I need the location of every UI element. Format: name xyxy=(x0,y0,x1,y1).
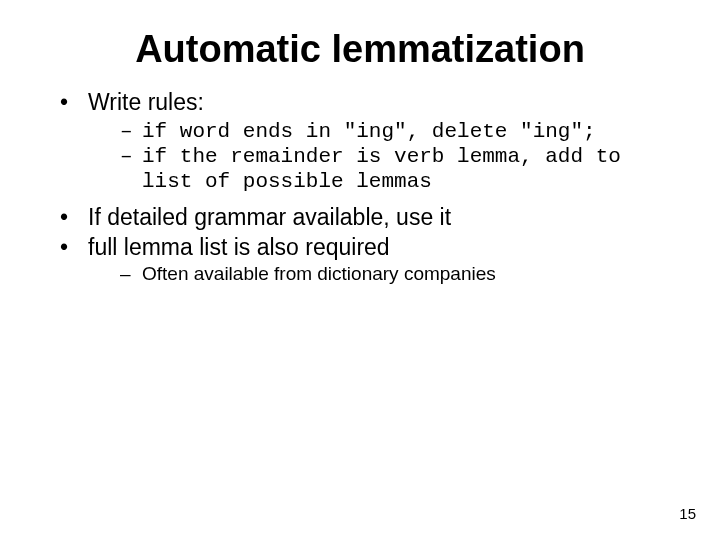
sub-bullet-item: if word ends in "ing", delete "ing"; xyxy=(120,119,670,144)
bullet-item: If detailed grammar available, use it xyxy=(60,204,670,232)
bullet-text: full lemma list is also required xyxy=(88,234,390,260)
slide-title: Automatic lemmatization xyxy=(0,0,720,81)
sub-bullet-item: if the remainder is verb lemma, add to l… xyxy=(120,144,670,194)
bullet-text: Write rules: xyxy=(88,89,204,115)
bullet-list: Write rules: if word ends in "ing", dele… xyxy=(60,89,670,286)
page-number: 15 xyxy=(679,505,696,522)
sub-bullet-item: Often available from dictionary companie… xyxy=(120,263,670,286)
sub-bullet-list: Often available from dictionary companie… xyxy=(88,263,670,286)
slide: Automatic lemmatization Write rules: if … xyxy=(0,0,720,540)
sub-bullet-list-code: if word ends in "ing", delete "ing"; if … xyxy=(88,119,670,195)
sub-bullet-text: Often available from dictionary companie… xyxy=(142,263,496,284)
sub-bullet-text: if word ends in "ing", delete "ing"; xyxy=(142,120,596,143)
bullet-text: If detailed grammar available, use it xyxy=(88,204,451,230)
bullet-item: Write rules: if word ends in "ing", dele… xyxy=(60,89,670,194)
bullet-item: full lemma list is also required Often a… xyxy=(60,234,670,286)
slide-body: Write rules: if word ends in "ing", dele… xyxy=(0,81,720,286)
sub-bullet-text: if the remainder is verb lemma, add to l… xyxy=(142,145,621,193)
